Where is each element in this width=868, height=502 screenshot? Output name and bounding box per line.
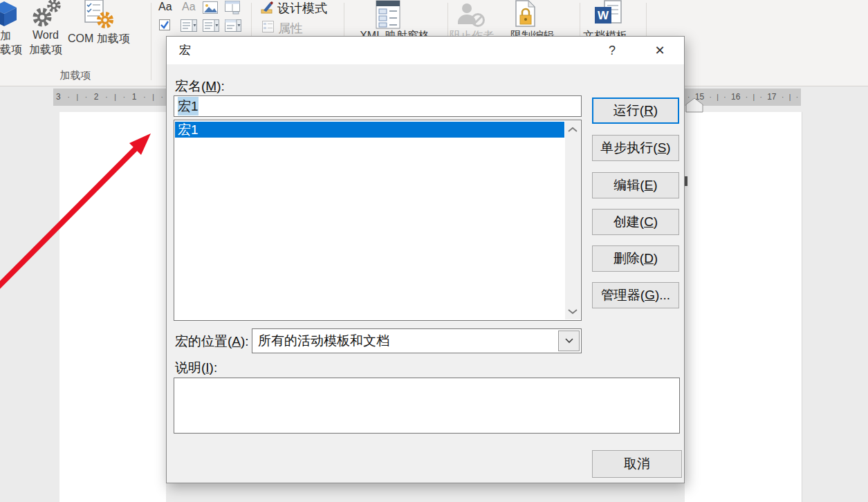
macro-list-item[interactable]: 宏1: [175, 122, 564, 138]
get-add-ins-icon[interactable]: [0, 0, 18, 30]
ruler-mark: |: [152, 89, 154, 106]
date-picker-control-icon[interactable]: [225, 19, 241, 35]
description-label: 说明(I):: [175, 359, 217, 377]
delete-button[interactable]: 删除(D): [592, 245, 679, 272]
organizer-button[interactable]: 管理器(G)...: [592, 282, 679, 308]
ruler-mark: 3: [56, 89, 61, 106]
description-textarea[interactable]: [174, 378, 680, 434]
xml-mapping-pane-icon[interactable]: [376, 0, 400, 32]
word-add-ins-label-line2[interactable]: 加载项: [26, 43, 65, 57]
get-add-ins-label-line1[interactable]: 加: [0, 29, 11, 44]
close-icon[interactable]: ✕: [648, 37, 672, 64]
macro-list-scrollbar[interactable]: [565, 121, 580, 319]
ruler-mark: ·: [67, 89, 69, 106]
word-add-ins-gears-icon[interactable]: [30, 0, 62, 32]
help-button[interactable]: ?: [604, 37, 620, 64]
ruler-mark: 2: [94, 89, 99, 106]
ruler-mark: ·: [796, 89, 798, 106]
macros-dialog: 宏 ? ✕ 宏名(M): 宏1 宏1 运行(R) 单步执行(S) 编辑(E) 创…: [166, 36, 685, 483]
macros-in-value: 所有的活动模板和文档: [258, 329, 389, 353]
com-add-ins-icon[interactable]: [83, 0, 115, 33]
ruler-mark: ·: [161, 89, 163, 106]
chevron-down-icon: [565, 338, 573, 344]
ruler-mark: 16: [731, 89, 740, 106]
document-template-icon[interactable]: W: [593, 0, 622, 30]
macro-name-value: 宏1: [178, 97, 198, 115]
ruler-mark: ·: [746, 89, 748, 106]
scroll-up-icon[interactable]: [565, 123, 580, 136]
macros-in-combobox[interactable]: 所有的活动模板和文档: [252, 328, 582, 353]
dialog-titlebar[interactable]: 宏 ? ✕: [167, 37, 684, 64]
ruler-mark: ·: [105, 89, 107, 106]
plain-text-control-icon[interactable]: Aa: [182, 1, 196, 13]
ruler-left-segment[interactable]: 3·|·2·|·1·|·: [53, 89, 166, 106]
design-mode-icon[interactable]: [261, 1, 275, 17]
combobox-dropdown-button[interactable]: [558, 331, 580, 351]
macros-in-label: 宏的位置(A):: [175, 333, 249, 351]
right-indent-marker[interactable]: [685, 97, 703, 115]
add-ins-group-label: 加载项: [0, 69, 151, 82]
ruler-mark: |: [717, 89, 719, 106]
ruler-mark: ·: [723, 89, 726, 106]
document-page-right: [685, 112, 802, 502]
ruler-mark: |: [752, 89, 755, 106]
combo-box-control-icon[interactable]: [181, 19, 197, 35]
word-window: 加 载项 Word 加载项 COM 加载项 加载项: [0, 0, 868, 502]
macro-name-input[interactable]: 宏1: [174, 95, 582, 117]
create-button[interactable]: 创建(C): [592, 209, 679, 235]
word-add-ins-label-line1[interactable]: Word: [28, 29, 64, 41]
properties-button: 属性: [278, 20, 303, 37]
ribbon-separator: [151, 3, 151, 80]
ruler-mark: ·: [782, 89, 784, 106]
rich-text-control-icon[interactable]: Aa: [158, 1, 172, 13]
com-add-ins-label[interactable]: COM 加载项: [68, 32, 130, 46]
run-button[interactable]: 运行(R): [592, 97, 679, 124]
svg-text:W: W: [598, 9, 609, 22]
ruler-mark: |: [789, 89, 791, 106]
ruler-mark: ·: [759, 89, 761, 106]
step-into-button[interactable]: 单步执行(S): [592, 135, 679, 161]
ruler-mark: 17: [767, 89, 776, 106]
cancel-button[interactable]: 取消: [592, 450, 682, 478]
ruler-mark: ·: [709, 89, 711, 106]
restrict-editing-icon[interactable]: [515, 0, 538, 32]
edit-button[interactable]: 编辑(E): [592, 172, 679, 198]
picture-control-icon[interactable]: [203, 1, 218, 17]
scroll-down-icon[interactable]: [565, 305, 580, 317]
ruler-mark: |: [76, 89, 78, 106]
ruler-mark: ·: [123, 89, 125, 106]
document-page-left: [59, 112, 166, 502]
macro-name-label: 宏名(M):: [175, 77, 225, 95]
ruler-mark: ·: [143, 89, 145, 106]
ruler-mark: 1: [132, 89, 137, 106]
document-edge-mark: [685, 176, 687, 186]
get-add-ins-label-line2[interactable]: 载项: [0, 43, 22, 57]
block-authors-icon: [456, 1, 487, 32]
design-mode-button[interactable]: 设计模式: [277, 0, 327, 17]
checkbox-control-icon[interactable]: [158, 19, 172, 35]
ruler-mark: ·: [85, 89, 87, 106]
properties-icon: [262, 21, 274, 35]
building-block-gallery-icon[interactable]: [225, 1, 240, 17]
ruler-mark: |: [114, 89, 116, 106]
dialog-title: 宏: [179, 37, 191, 64]
dropdown-list-control-icon[interactable]: [203, 19, 219, 35]
macro-list[interactable]: 宏1: [174, 120, 582, 321]
